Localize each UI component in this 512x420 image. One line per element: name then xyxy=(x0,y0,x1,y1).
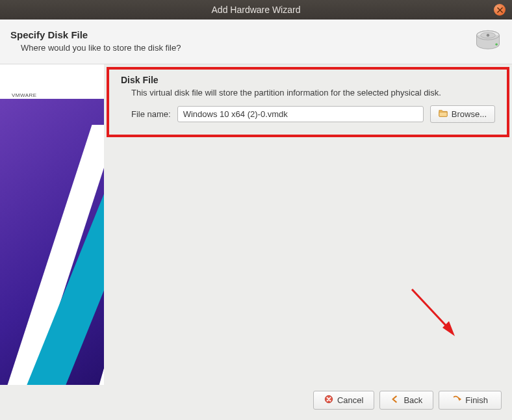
sidebar-branding: VMWARE WORKSTATION PRO™ 16 xyxy=(0,64,104,385)
wizard-window: Add Hardware Wizard Specify Disk File Wh… xyxy=(0,0,512,420)
page-title: Specify Disk File xyxy=(10,29,474,40)
section-title: Disk File xyxy=(121,75,495,85)
svg-marker-6 xyxy=(442,321,455,336)
back-arrow-icon xyxy=(390,395,400,406)
cancel-icon xyxy=(324,395,333,406)
filename-input[interactable] xyxy=(177,106,424,122)
finish-button-label: Finish xyxy=(465,395,488,405)
close-icon xyxy=(497,5,503,15)
back-button-label: Back xyxy=(403,395,422,405)
finish-button[interactable]: Finish xyxy=(439,391,502,410)
cancel-button[interactable]: Cancel xyxy=(313,391,374,410)
window-title: Add Hardware Wizard xyxy=(212,5,301,15)
arrow-annotation xyxy=(407,284,463,345)
back-button[interactable]: Back xyxy=(379,391,433,410)
content-panel: Disk File This virtual disk file will st… xyxy=(104,64,512,385)
folder-icon xyxy=(439,109,448,120)
svg-marker-8 xyxy=(459,397,462,400)
highlight-annotation: Disk File This virtual disk file will st… xyxy=(107,67,509,137)
page-subtitle: Where would you like to store the disk f… xyxy=(21,43,474,53)
window-close-button[interactable] xyxy=(494,4,506,16)
filename-label: File name: xyxy=(131,109,171,119)
header: Specify Disk File Where would you like t… xyxy=(0,20,512,64)
svg-point-4 xyxy=(495,44,498,46)
filename-row: File name: Browse... xyxy=(131,105,495,123)
svg-point-3 xyxy=(487,34,489,36)
disk-drive-icon xyxy=(474,27,502,55)
finish-arrow-icon xyxy=(452,395,461,406)
browse-button[interactable]: Browse... xyxy=(430,105,495,123)
svg-line-5 xyxy=(412,289,451,331)
main: VMWARE WORKSTATION PRO™ 16 Disk File Thi… xyxy=(0,64,512,385)
footer-buttons: Cancel Back Finish xyxy=(0,385,512,420)
browse-button-label: Browse... xyxy=(452,109,487,119)
cancel-button-label: Cancel xyxy=(337,395,363,405)
titlebar: Add Hardware Wizard xyxy=(0,0,512,20)
section-description: This virtual disk file will store the pa… xyxy=(131,88,495,98)
